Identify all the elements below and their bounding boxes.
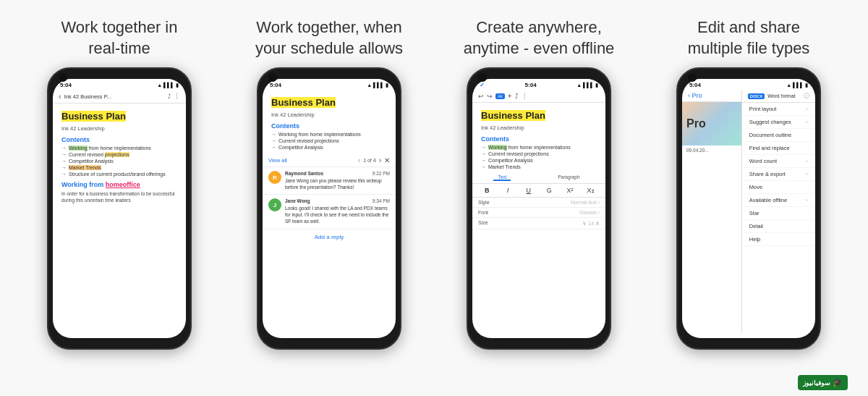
doc-thumbnail-title: Pro <box>686 117 706 130</box>
comment1-content: Raymond Santos 9:22 PM Jane Wong can you… <box>285 171 390 190</box>
phone2-status-bar: 5:04 ▲ ▌▌▌ ▮ <box>263 79 396 90</box>
phone4-time: 5:04 <box>689 82 701 88</box>
phone1-doc-title: Ink 42 Business P... <box>64 93 165 100</box>
phone2-wifi-icon: ▲ <box>367 83 372 88</box>
menu-item-detail[interactable]: Detail <box>742 220 815 233</box>
phone4-signal-icon: ▌▌▌ <box>793 83 804 88</box>
phone3-screen: ✓ 5:04 ▲ ▌▌▌ ▮ ↩ ↪ All + ⤴ <box>472 79 605 338</box>
phone1-contents-label: Contents <box>61 136 177 143</box>
phone2-item1: → Working from home implementations <box>271 132 387 137</box>
comment2-time: 9:34 PM <box>373 198 390 203</box>
view-all-link[interactable]: View all <box>268 157 287 164</box>
phone3-more-icon[interactable]: ⋮ <box>522 93 528 100</box>
comment-nav-controls: ‹ 1 of 4 › ✕ <box>358 156 390 164</box>
menu-find-label: Find and replace <box>749 145 790 151</box>
phone4-right: DOCX Word format ⓘ Print layout › Sugges… <box>742 90 815 333</box>
comment-view-all-row: View all ‹ 1 of 4 › ✕ <box>263 154 396 167</box>
menu-item-offline[interactable]: Available offline › <box>742 194 815 207</box>
tab-paragraph[interactable]: Paragraph <box>553 174 584 181</box>
menu-offline-chevron: › <box>806 197 808 203</box>
font-label: Font <box>478 210 488 215</box>
phone2-time: 5:04 <box>270 82 281 88</box>
add-icon[interactable]: + <box>508 92 512 100</box>
phone2-screen: 5:04 ▲ ▌▌▌ ▮ Business Plan Ink 42 Leader… <box>263 79 396 338</box>
phone3-signal-icon: ▌▌▌ <box>583 83 594 88</box>
share-icon[interactable]: ⤴ <box>168 93 171 100</box>
comment1: R Raymond Santos 9:22 PM Jane Wong can y… <box>263 167 396 195</box>
phone4-toolbar-left: ‹ Pro <box>682 90 741 102</box>
phone4-screen: 5:04 ▲ ▌▌▌ ▮ ‹ Pro <box>682 79 815 338</box>
phone1-time: 5:04 <box>60 82 72 88</box>
size-label: Size <box>478 220 488 227</box>
phone1-status-bar: 5:04 ▲ ▌▌▌ ▮ <box>53 79 186 90</box>
menu-print-chevron: › <box>806 106 808 112</box>
phone4-wrapper: 5:04 ▲ ▌▌▌ ▮ ‹ Pro <box>655 67 843 350</box>
prev-comment-btn[interactable]: ‹ <box>358 156 360 164</box>
phone2-battery-icon: ▮ <box>386 83 388 88</box>
menu-item-find[interactable]: Find and replace <box>742 142 815 155</box>
menu-item-suggest[interactable]: Suggest changes › <box>742 116 815 129</box>
phone4-status-bar: 5:04 ▲ ▌▌▌ ▮ <box>682 79 815 90</box>
phone3-wifi-icon: ▲ <box>576 83 582 88</box>
italic-icon[interactable]: I <box>502 187 514 194</box>
tab-text[interactable]: Text <box>493 174 511 181</box>
comment2-text: Looks good! I shared with the LA and PDX… <box>285 205 390 224</box>
menu-print-label: Print layout <box>749 106 777 112</box>
toolbar-more-icon[interactable] <box>174 93 180 100</box>
redo-icon[interactable]: ↪ <box>487 93 493 100</box>
phone1-working-title: Working from homeoffice <box>61 181 177 188</box>
menu-item-star[interactable]: Star <box>742 207 815 220</box>
col3-title: Create anywhere, anytime - even offline <box>445 17 633 59</box>
menu-star-label: Star <box>749 210 760 216</box>
phone3-item4: → Market Trends <box>481 164 597 169</box>
phone4-split: ‹ Pro Pro 09.04.20... DOCX Word format <box>682 90 815 333</box>
all-badge[interactable]: All <box>495 93 505 99</box>
close-comment-btn[interactable]: ✕ <box>384 156 390 164</box>
col1-title: Work together in real-time <box>25 17 213 59</box>
bold-icon[interactable]: B <box>481 187 493 194</box>
col2-title: Work together, when your schedule allows <box>235 17 423 59</box>
menu-item-print[interactable]: Print layout › <box>742 103 815 116</box>
menu-item-wordcount[interactable]: Word count › <box>742 155 815 168</box>
superscript-icon[interactable]: X² <box>564 187 576 194</box>
watermark-overlay: 🎓 سوفيانيوز <box>798 375 848 390</box>
info-icon[interactable]: ⓘ <box>804 92 809 100</box>
phone3-subtitle: Ink 42 Leadership <box>481 125 597 131</box>
phone3-item2: → Current revised projections <box>481 151 597 156</box>
menu-item-help[interactable]: Help <box>742 233 815 246</box>
add-reply-row[interactable]: Add a reply <box>263 229 396 245</box>
phone3-share-icon[interactable]: ⤴ <box>515 93 519 100</box>
style-row: Style Normal text <box>472 198 605 208</box>
comment2-header: Jane Wong 9:34 PM <box>285 198 390 203</box>
back-icon[interactable] <box>59 92 61 101</box>
phone3-battery-icon: ▮ <box>595 83 598 88</box>
menu-format-label: Word format <box>767 93 801 98</box>
watermark-text: سوفيانيوز <box>803 379 830 387</box>
next-comment-btn[interactable]: › <box>379 156 381 164</box>
watermark-hat-icon: 🎓 <box>833 378 843 387</box>
phone2-item3: → Competitor Analysis <box>271 145 387 150</box>
menu-item-outline[interactable]: Document outline <box>742 129 815 142</box>
comment-pagination: 1 of 4 <box>363 158 376 163</box>
menu-item-share[interactable]: Share & export › <box>742 168 815 181</box>
menu-help-label: Help <box>749 236 760 243</box>
comment1-time: 9:22 PM <box>373 171 390 176</box>
strikethrough-icon[interactable]: G <box>543 187 555 194</box>
phone4-back-icon[interactable]: ‹ Pro <box>688 92 702 99</box>
menu-detail-label: Detail <box>749 223 763 229</box>
phone1-item2: → Current revised projections <box>61 152 177 157</box>
menu-share-chevron: › <box>806 171 808 177</box>
col4-title: Edit and share multiple file types <box>655 17 843 59</box>
undo-icon[interactable]: ↩ <box>478 93 484 100</box>
phone2-item2: → Current revised projections <box>271 138 387 143</box>
phone4-wifi-icon: ▲ <box>786 83 791 88</box>
menu-item-move[interactable]: Move <box>742 181 815 194</box>
phone4-status-icons: ▲ ▌▌▌ ▮ <box>786 83 808 88</box>
phone1: 5:04 ▲ ▌▌▌ ▮ Ink 42 Business P... ⤴ <box>47 67 192 350</box>
phone3-time: 5:04 <box>525 82 537 88</box>
menu-move-label: Move <box>749 184 762 190</box>
underline-icon[interactable]: U <box>523 187 535 194</box>
comment1-text: Jane Wong can you please review this wri… <box>285 177 390 190</box>
subscript-icon[interactable]: X₂ <box>585 187 597 194</box>
phone2-heading: Business Plan <box>271 97 336 108</box>
